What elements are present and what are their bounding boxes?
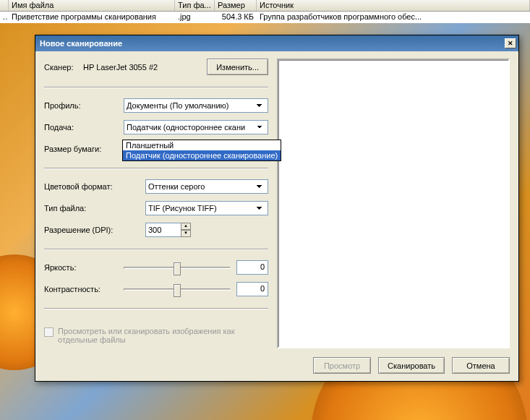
close-button[interactable]: ✕: [505, 38, 516, 48]
scanner-name: HP LaserJet 3055 #2: [83, 63, 207, 72]
file-size: 504.3 КБ: [215, 12, 257, 23]
cancel-button[interactable]: Отмена: [452, 357, 510, 374]
profile-label: Профиль:: [44, 101, 124, 110]
brightness-value[interactable]: 0: [236, 260, 268, 275]
preview-area: [277, 59, 510, 348]
change-scanner-button[interactable]: Изменить...: [207, 59, 268, 75]
filetype-select[interactable]: TIF (Рисунок TIFF): [145, 201, 268, 215]
feed-option-feeder[interactable]: Податчик (одностороннее сканирование): [123, 150, 281, 160]
file-prefix: ...: [0, 12, 9, 23]
file-name: Приветствие программы сканирования: [9, 12, 175, 23]
brightness-label: Яркость:: [44, 263, 124, 272]
scan-dialog: Новое сканирование ✕ Сканер: HP LaserJet…: [35, 35, 519, 382]
contrast-thumb[interactable]: [174, 284, 181, 297]
separate-files-label: Просмотреть или сканировать изображения …: [58, 327, 268, 344]
dpi-label: Разрешение (DPI):: [44, 226, 145, 234]
file-row[interactable]: ... Приветствие программы сканирования .…: [0, 12, 530, 23]
col-size[interactable]: Размер: [215, 0, 257, 11]
feed-select[interactable]: Податчик (одностороннее скани: [124, 120, 268, 134]
brightness-thumb[interactable]: [174, 262, 181, 275]
file-ext: .jpg: [175, 12, 215, 23]
feed-option-flatbed[interactable]: Планшетный: [123, 140, 281, 150]
dialog-title: Новое сканирование: [40, 39, 122, 48]
separate-files-checkbox: [44, 327, 54, 337]
close-icon: ✕: [508, 40, 513, 47]
feed-label: Подача:: [44, 123, 124, 132]
file-list-header: Имя файла Тип фа... Размер Источник: [0, 0, 530, 12]
titlebar[interactable]: Новое сканирование ✕: [35, 35, 518, 51]
scanner-label: Сканер:: [44, 63, 83, 72]
contrast-value[interactable]: 0: [236, 282, 268, 296]
color-format-label: Цветовой формат:: [44, 182, 145, 191]
profile-select[interactable]: Документы (По умолчанию): [124, 98, 268, 113]
filetype-label: Тип файла:: [44, 204, 145, 213]
col-filetype[interactable]: Тип фа...: [175, 0, 215, 11]
color-format-select[interactable]: Оттенки серого: [145, 179, 268, 194]
dpi-input[interactable]: [145, 223, 181, 237]
col-source[interactable]: Источник: [257, 0, 530, 11]
brightness-slider[interactable]: [124, 267, 231, 269]
preview-button: Просмотр: [313, 357, 371, 374]
scan-button[interactable]: Сканировать: [378, 357, 445, 374]
dpi-spin-down[interactable]: ▼: [181, 230, 191, 237]
feed-dropdown-list[interactable]: Планшетный Податчик (одностороннее скани…: [122, 140, 281, 161]
contrast-slider[interactable]: [124, 288, 231, 291]
paper-size-label: Размер бумаги:: [44, 145, 124, 153]
contrast-label: Контрастность:: [44, 285, 124, 293]
col-filename[interactable]: Имя файла: [9, 0, 175, 11]
col-blank[interactable]: [0, 0, 9, 11]
dpi-spin-up[interactable]: ▲: [181, 223, 191, 230]
file-source: Группа разработчиков программного обес..…: [257, 12, 530, 23]
